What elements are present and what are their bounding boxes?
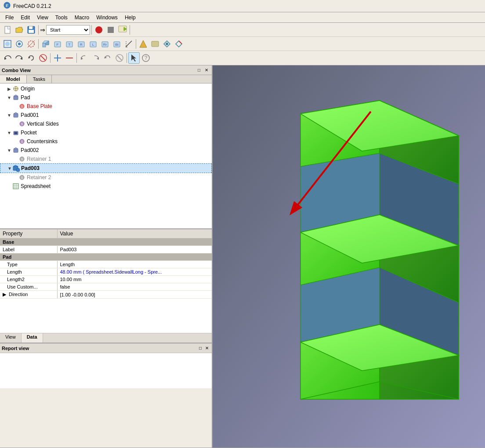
fit-all-button[interactable] bbox=[2, 38, 13, 50]
tree-item-pad[interactable]: ▼ Pad bbox=[0, 93, 212, 102]
tree-item-retainer2[interactable]: S Retainer 2 bbox=[0, 173, 212, 182]
tree-arrow-pad[interactable]: ▼ bbox=[6, 95, 12, 100]
tab-tasks[interactable]: Tasks bbox=[27, 75, 52, 83]
external-ref2-button[interactable] bbox=[173, 38, 185, 50]
undo-button[interactable] bbox=[2, 52, 13, 64]
tree-item-retainer1[interactable]: S Retainer 1 bbox=[0, 155, 212, 163]
view-data-tabs: View Data bbox=[0, 333, 212, 343]
execute-macro-button[interactable] bbox=[117, 24, 128, 36]
tree-arrow-pad002[interactable]: ▼ bbox=[6, 148, 12, 153]
tree-label-origin: Origin bbox=[21, 86, 35, 92]
svg-line-17 bbox=[28, 40, 35, 47]
tree-view[interactable]: ▶ Origin ▼ Pad S bbox=[0, 83, 212, 228]
tree-label-retainer2: Retainer 2 bbox=[27, 174, 51, 181]
workbench-combo[interactable]: Start Part Design Sketcher bbox=[46, 25, 90, 35]
prop-row-use-custom[interactable]: Use Custom... false bbox=[0, 283, 212, 291]
workbench-selector[interactable]: ⇒ Start Part Design Sketcher bbox=[40, 25, 90, 35]
svg-marker-60 bbox=[14, 112, 18, 114]
fit-selection-button[interactable] bbox=[14, 38, 25, 50]
tree-arrow-pad001[interactable]: ▼ bbox=[6, 113, 12, 118]
tree-item-pad001[interactable]: ▼ Pad001 bbox=[0, 111, 212, 119]
viewport-3d[interactable] bbox=[213, 65, 485, 448]
stop-macro-button[interactable] bbox=[105, 24, 116, 36]
svg-rect-6 bbox=[32, 26, 33, 28]
tab-model[interactable]: Model bbox=[0, 75, 27, 83]
svg-text:S: S bbox=[21, 105, 23, 108]
tree-arrow-pad003[interactable]: ▼ bbox=[7, 166, 13, 171]
tree-label-countersinks: Countersinks bbox=[27, 138, 58, 145]
col-value: Value bbox=[57, 229, 212, 238]
tab-data[interactable]: Data bbox=[22, 333, 43, 343]
subtract-button[interactable] bbox=[64, 52, 75, 64]
part-design-button[interactable] bbox=[138, 38, 149, 50]
measure-button[interactable] bbox=[123, 38, 134, 50]
refresh2-button[interactable] bbox=[102, 52, 113, 64]
add-sketch-button[interactable] bbox=[52, 52, 63, 64]
prop-row-direction[interactable]: ▶ Direction [1.00 -0.00 0.00] bbox=[0, 291, 212, 299]
tree-item-pad002[interactable]: ▼ Pad002 bbox=[0, 146, 212, 155]
tree-arrow-origin[interactable]: ▶ bbox=[6, 87, 12, 91]
external-ref-button[interactable] bbox=[161, 38, 173, 50]
tree-item-pocket[interactable]: ▼ Pocket bbox=[0, 128, 212, 137]
stop2-button[interactable] bbox=[114, 52, 125, 64]
open-file-button[interactable] bbox=[14, 24, 25, 36]
stop-button[interactable] bbox=[37, 52, 49, 64]
left-panel: Combo View □ ✕ Model Tasks ▶ Origin bbox=[0, 65, 213, 448]
refresh-button[interactable] bbox=[25, 52, 37, 64]
new-file-button[interactable] bbox=[2, 24, 13, 36]
sketch-icon-counter: S bbox=[18, 138, 25, 145]
menu-tools[interactable]: Tools bbox=[52, 14, 71, 22]
menu-file[interactable]: File bbox=[2, 14, 17, 22]
combo-close-button[interactable]: ✕ bbox=[203, 67, 210, 73]
tree-item-base-plate[interactable]: S Base Plate bbox=[0, 102, 212, 111]
direction-expand-arrow[interactable]: ▶ bbox=[3, 292, 6, 297]
titlebar: F FreeCAD 0.21.2 bbox=[0, 0, 485, 12]
svg-marker-49 bbox=[131, 54, 136, 61]
menu-windows[interactable]: Windows bbox=[93, 14, 121, 22]
right-view-button[interactable]: R bbox=[76, 38, 87, 50]
prop-row-length[interactable]: Length 48.00 mm ( Spreadsheet.SidewallLo… bbox=[0, 268, 212, 276]
save-file-button[interactable] bbox=[25, 24, 37, 36]
tree-item-countersinks[interactable]: S Countersinks bbox=[0, 137, 212, 146]
menu-macro[interactable]: Macro bbox=[71, 14, 93, 22]
tree-item-vertical-sides[interactable]: S Vertical Sides bbox=[0, 119, 212, 128]
report-maximize-button[interactable]: □ bbox=[198, 345, 203, 351]
svg-marker-68 bbox=[14, 148, 18, 149]
draw-style-button[interactable] bbox=[25, 38, 37, 50]
rear-view-button[interactable]: Rr bbox=[99, 38, 111, 50]
menu-view[interactable]: View bbox=[33, 14, 52, 22]
undo2-button[interactable] bbox=[78, 52, 90, 64]
sketch-icon-base-plate: S bbox=[18, 103, 25, 110]
redo-button[interactable] bbox=[14, 52, 25, 64]
standard-views-button[interactable] bbox=[40, 38, 51, 50]
report-content bbox=[0, 353, 212, 388]
main-layout: Combo View □ ✕ Model Tasks ▶ Origin bbox=[0, 65, 485, 448]
combo-maximize-button[interactable]: □ bbox=[196, 67, 202, 73]
sep4 bbox=[76, 53, 77, 63]
svg-text:S: S bbox=[21, 123, 23, 126]
help-button[interactable]: ? bbox=[140, 52, 152, 64]
tab-view[interactable]: View bbox=[0, 333, 22, 343]
record-macro-button[interactable] bbox=[93, 24, 105, 36]
prop-row-length2[interactable]: Length2 10.00 mm bbox=[0, 276, 212, 283]
tree-item-spreadsheet[interactable]: Spreadsheet bbox=[0, 182, 212, 191]
tree-item-pad003[interactable]: ▼ Pad003 bbox=[0, 163, 212, 173]
new-body-button[interactable] bbox=[149, 38, 161, 50]
bottom-view-button[interactable]: Bt bbox=[111, 38, 123, 50]
menu-edit[interactable]: Edit bbox=[17, 14, 33, 22]
svg-text:Rr: Rr bbox=[103, 43, 107, 47]
sep-view bbox=[38, 39, 39, 49]
prop-row-type[interactable]: Type Length bbox=[0, 261, 212, 268]
tree-label-base-plate: Base Plate bbox=[27, 103, 52, 109]
tree-arrow-pocket[interactable]: ▼ bbox=[6, 130, 12, 135]
menu-help[interactable]: Help bbox=[121, 14, 139, 22]
pointer-button[interactable] bbox=[128, 52, 140, 64]
prop-row-label[interactable]: Label Pad003 bbox=[0, 246, 212, 253]
tree-item-origin[interactable]: ▶ Origin bbox=[0, 84, 212, 93]
report-close-button[interactable]: ✕ bbox=[204, 345, 210, 351]
front-view-button[interactable]: F bbox=[52, 38, 63, 50]
svg-rect-55 bbox=[14, 96, 18, 100]
left-view-button[interactable]: L bbox=[87, 38, 99, 50]
top-view-button[interactable]: T bbox=[64, 38, 75, 50]
redo2-button[interactable] bbox=[90, 52, 101, 64]
